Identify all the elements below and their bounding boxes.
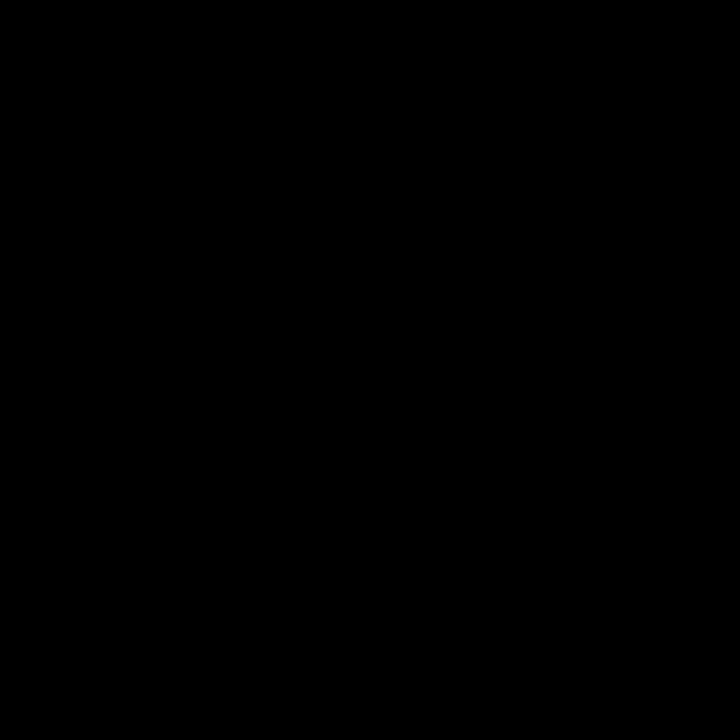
chart-frame bbox=[18, 18, 710, 710]
gradient-background bbox=[18, 18, 710, 710]
bottleneck-chart bbox=[18, 18, 710, 710]
